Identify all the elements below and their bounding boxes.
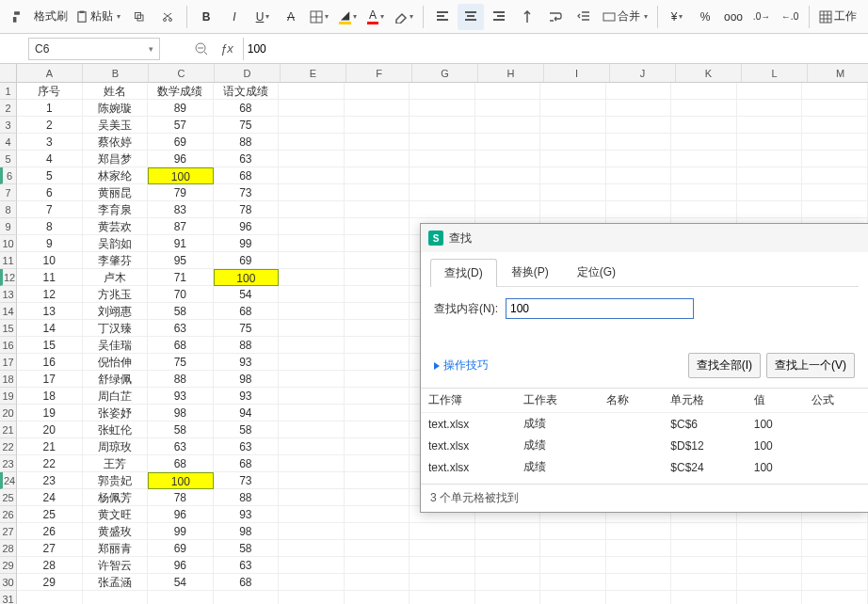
row-header[interactable]: 1: [0, 83, 17, 100]
cell[interactable]: 黄丽昆: [83, 184, 149, 201]
cell[interactable]: [540, 134, 606, 151]
cell[interactable]: [410, 167, 475, 184]
decimal-inc-button[interactable]: .0→: [748, 4, 775, 30]
result-row[interactable]: text.xlsx成绩$C$24100: [421, 456, 868, 478]
cell[interactable]: 语文成绩: [214, 83, 280, 100]
cell[interactable]: 27: [17, 540, 83, 557]
column-header[interactable]: D: [215, 64, 281, 82]
cell[interactable]: 83: [148, 201, 214, 218]
cell[interactable]: 68: [214, 455, 280, 472]
cell[interactable]: 29: [17, 574, 83, 591]
font-color-button[interactable]: A▾: [362, 4, 389, 30]
cell[interactable]: [671, 167, 737, 184]
cell[interactable]: [802, 591, 868, 604]
cell[interactable]: [345, 337, 410, 354]
cell[interactable]: [345, 320, 410, 337]
cell[interactable]: [279, 354, 345, 371]
cell[interactable]: 75: [148, 354, 214, 371]
cell[interactable]: [279, 405, 345, 421]
cell[interactable]: 21: [17, 438, 83, 455]
cell[interactable]: [148, 591, 214, 604]
cell[interactable]: [279, 438, 345, 455]
cell[interactable]: 54: [148, 574, 214, 591]
cell[interactable]: [475, 117, 541, 134]
cell[interactable]: 许智云: [83, 557, 149, 574]
cell[interactable]: [802, 83, 868, 100]
row-header[interactable]: 17: [0, 354, 17, 371]
cell[interactable]: [475, 83, 541, 100]
cell[interactable]: [410, 100, 475, 117]
cell[interactable]: 88: [214, 489, 280, 506]
align-right-button[interactable]: [486, 4, 512, 30]
cell[interactable]: 98: [214, 523, 280, 540]
cell[interactable]: 张孟涵: [83, 574, 149, 591]
cell[interactable]: [345, 591, 410, 604]
cell[interactable]: [410, 201, 475, 218]
cell[interactable]: 16: [17, 354, 83, 371]
cell[interactable]: 2: [17, 117, 83, 134]
cell[interactable]: [540, 117, 606, 134]
cell[interactable]: 100: [214, 269, 280, 286]
cell[interactable]: [410, 540, 475, 557]
currency-button[interactable]: ¥▾: [664, 4, 690, 30]
cell[interactable]: 28: [17, 557, 83, 574]
cell[interactable]: [606, 523, 672, 540]
cell[interactable]: 方兆玉: [83, 286, 149, 303]
cell[interactable]: 林家纶: [83, 167, 149, 184]
cell[interactable]: 丁汉臻: [83, 320, 149, 337]
row-header[interactable]: 2: [0, 100, 17, 117]
cell[interactable]: 68: [148, 337, 214, 354]
clear-format-button[interactable]: ▾: [391, 4, 417, 30]
cell[interactable]: [345, 100, 410, 117]
cell[interactable]: [606, 201, 672, 218]
cell[interactable]: [279, 489, 345, 506]
select-all-corner[interactable]: [0, 64, 17, 82]
cell[interactable]: 79: [148, 184, 214, 201]
row-header[interactable]: 5: [0, 151, 17, 167]
cell[interactable]: 88: [214, 134, 280, 151]
cell[interactable]: [606, 83, 672, 100]
row-header[interactable]: 13: [0, 286, 17, 303]
row-header[interactable]: 28: [0, 540, 17, 557]
cell[interactable]: [345, 167, 410, 184]
cell[interactable]: 数学成绩: [148, 83, 214, 100]
cell[interactable]: [410, 83, 475, 100]
cell[interactable]: [606, 557, 672, 574]
cell[interactable]: [279, 151, 345, 167]
cell[interactable]: 70: [148, 286, 214, 303]
cell[interactable]: [606, 117, 672, 134]
dialog-tab[interactable]: 定位(G): [563, 258, 630, 286]
cell[interactable]: [83, 591, 149, 604]
cell[interactable]: 98: [214, 371, 280, 388]
cell[interactable]: [671, 100, 737, 117]
cell[interactable]: [802, 151, 868, 167]
wrap-button[interactable]: [542, 4, 569, 30]
cell[interactable]: [540, 591, 606, 604]
cell[interactable]: 95: [148, 252, 214, 269]
cell[interactable]: 1: [17, 100, 83, 117]
cell[interactable]: [737, 201, 803, 218]
cell[interactable]: [540, 574, 606, 591]
result-row[interactable]: text.xlsx成绩$D$12100: [421, 435, 868, 456]
zoom-out-button[interactable]: [188, 36, 215, 62]
cell[interactable]: [345, 540, 410, 557]
cell[interactable]: 11: [17, 269, 83, 286]
cell[interactable]: [345, 405, 410, 421]
cell[interactable]: [540, 83, 606, 100]
cell[interactable]: 黄盛玫: [83, 523, 149, 540]
paste-button[interactable]: 粘贴 ▾: [72, 4, 124, 30]
cell[interactable]: [214, 591, 280, 604]
cell[interactable]: [410, 134, 475, 151]
cell[interactable]: [410, 574, 475, 591]
column-header[interactable]: E: [281, 64, 346, 82]
cell[interactable]: 13: [17, 303, 83, 320]
column-header[interactable]: H: [478, 64, 544, 82]
cell[interactable]: 序号: [17, 83, 83, 100]
cell[interactable]: [279, 371, 345, 388]
cell[interactable]: 17: [17, 371, 83, 388]
cell[interactable]: 郭贵妃: [83, 472, 149, 489]
cell[interactable]: 黄芸欢: [83, 218, 149, 235]
cell[interactable]: 93: [214, 506, 280, 523]
cell[interactable]: [671, 574, 737, 591]
cell[interactable]: [279, 574, 345, 591]
